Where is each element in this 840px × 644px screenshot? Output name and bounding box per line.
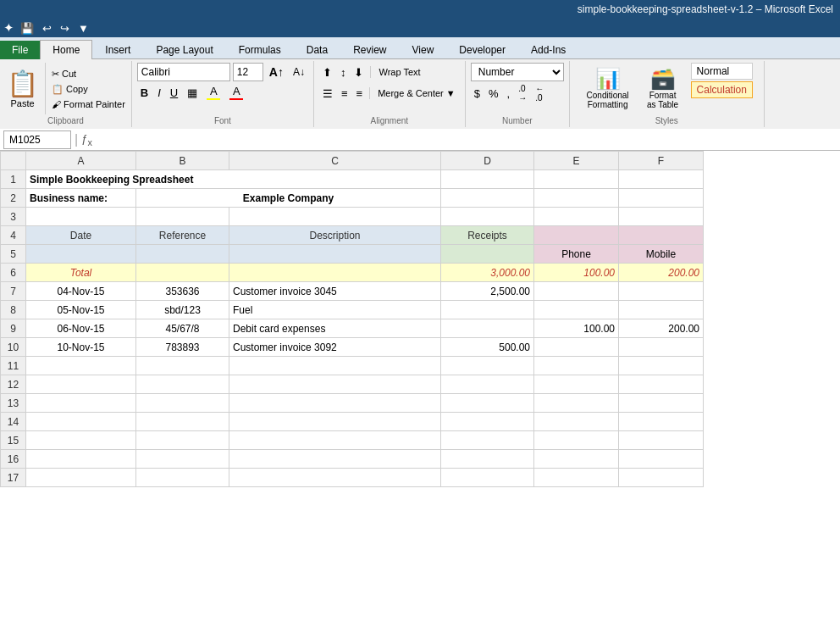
bold-button[interactable]: B xyxy=(137,83,152,102)
style-normal-button[interactable]: Normal xyxy=(691,63,753,80)
cell-e9[interactable]: 100.00 xyxy=(534,319,619,338)
cell-b7[interactable]: 353636 xyxy=(136,282,229,301)
cell-e5[interactable]: Phone xyxy=(534,245,619,264)
col-header-a[interactable]: A xyxy=(26,152,136,170)
formula-input[interactable] xyxy=(96,132,837,147)
cell-c8[interactable]: Fuel xyxy=(229,301,441,319)
cell-c4[interactable]: Description xyxy=(229,226,441,245)
format-painter-button[interactable]: 🖌 Format Painter xyxy=(49,98,128,110)
col-header-c[interactable]: C xyxy=(229,152,441,170)
col-header-e[interactable]: E xyxy=(534,152,619,170)
cell-c5[interactable] xyxy=(229,245,441,264)
comma-button[interactable]: , xyxy=(504,84,514,103)
cell-b10[interactable]: 783893 xyxy=(136,338,229,357)
align-right-button[interactable]: ≡ xyxy=(353,84,367,103)
cell-b2[interactable]: Example Company xyxy=(136,189,441,208)
cell-e2[interactable] xyxy=(534,189,619,208)
cell-e10[interactable] xyxy=(534,338,619,357)
cell-c6[interactable] xyxy=(229,264,441,282)
save-icon[interactable]: 💾 xyxy=(18,22,36,35)
increase-decimal-button[interactable]: .0→ xyxy=(515,84,530,103)
font-size-input[interactable] xyxy=(233,63,263,81)
cell-a6[interactable]: Total xyxy=(26,264,136,282)
cell-d2[interactable] xyxy=(441,189,534,208)
align-middle-button[interactable]: ↕ xyxy=(337,63,350,81)
align-center-button[interactable]: ≡ xyxy=(338,84,351,103)
decrease-decimal-button[interactable]: ←.0 xyxy=(532,84,547,103)
cell-e4[interactable] xyxy=(534,226,619,245)
col-header-b[interactable]: B xyxy=(136,152,229,170)
font-color-button[interactable]: A xyxy=(226,83,246,102)
copy-button[interactable]: 📋 Copy xyxy=(49,83,128,96)
align-left-button[interactable]: ☰ xyxy=(319,84,336,103)
tab-home[interactable]: Home xyxy=(40,40,92,59)
cell-d7[interactable]: 2,500.00 xyxy=(441,282,534,301)
align-bottom-button[interactable]: ⬇ xyxy=(351,63,367,81)
tab-view[interactable]: View xyxy=(400,40,447,59)
cell-f9[interactable]: 200.00 xyxy=(619,319,704,338)
fill-color-button[interactable]: A xyxy=(203,83,224,102)
tab-review[interactable]: Review xyxy=(340,40,399,59)
cell-c9[interactable]: Debit card expenses xyxy=(229,319,441,338)
function-icon[interactable]: ƒx xyxy=(81,132,92,147)
tab-page-layout[interactable]: Page Layout xyxy=(143,40,225,59)
tab-add-ins[interactable]: Add-Ins xyxy=(518,40,578,59)
cell-d3[interactable] xyxy=(441,208,534,226)
cell-d6[interactable]: 3,000.00 xyxy=(441,264,534,282)
font-name-input[interactable] xyxy=(137,63,230,81)
cell-a5[interactable] xyxy=(26,245,136,264)
cell-b8[interactable]: sbd/123 xyxy=(136,301,229,319)
col-header-f[interactable]: F xyxy=(619,152,704,170)
cell-f8[interactable] xyxy=(619,301,704,319)
cell-b4[interactable]: Reference xyxy=(136,226,229,245)
border-button[interactable]: ▦ xyxy=(184,83,201,102)
cell-a7[interactable]: 04-Nov-15 xyxy=(26,282,136,301)
underline-button[interactable]: U xyxy=(167,83,181,102)
cell-b6[interactable] xyxy=(136,264,229,282)
cell-a4[interactable]: Date xyxy=(26,226,136,245)
wrap-text-button[interactable]: Wrap Text xyxy=(374,64,424,80)
cell-f4[interactable] xyxy=(619,226,704,245)
cell-f1[interactable] xyxy=(619,170,704,189)
tab-data[interactable]: Data xyxy=(294,40,340,59)
cell-b5[interactable] xyxy=(136,245,229,264)
cell-f5[interactable]: Mobile xyxy=(619,245,704,264)
cell-e1[interactable] xyxy=(534,170,619,189)
redo-icon[interactable]: ↪ xyxy=(58,22,72,35)
cell-f10[interactable] xyxy=(619,338,704,357)
cell-a3[interactable] xyxy=(26,208,136,226)
cell-c7[interactable]: Customer invoice 3045 xyxy=(229,282,441,301)
cell-e7[interactable] xyxy=(534,282,619,301)
currency-button[interactable]: $ xyxy=(471,84,484,103)
cell-d4[interactable]: Receipts xyxy=(441,226,534,245)
cell-c3[interactable] xyxy=(229,208,441,226)
tab-file[interactable]: File xyxy=(0,41,40,59)
tab-developer[interactable]: Developer xyxy=(446,40,518,59)
cell-b3[interactable] xyxy=(136,208,229,226)
cell-a1[interactable]: Simple Bookkeeping Spreadsheet xyxy=(26,170,441,189)
cell-a10[interactable]: 10-Nov-15 xyxy=(26,338,136,357)
cell-e8[interactable] xyxy=(534,301,619,319)
cell-a8[interactable]: 05-Nov-15 xyxy=(26,301,136,319)
cell-d1[interactable] xyxy=(441,170,534,189)
font-shrink-button[interactable]: A↓ xyxy=(290,63,308,81)
cell-d9[interactable] xyxy=(441,319,534,338)
style-calculation-button[interactable]: Calculation xyxy=(691,81,753,98)
undo-icon[interactable]: ↩ xyxy=(40,22,54,35)
merge-center-button[interactable]: Merge & Center ▼ xyxy=(373,86,460,101)
percent-button[interactable]: % xyxy=(485,84,502,103)
spreadsheet-container[interactable]: A B C D E F 1 Simple Bookkeeping Spreads… xyxy=(0,151,840,644)
cell-e3[interactable] xyxy=(534,208,619,226)
number-format-select[interactable]: Number General Currency Accounting Date … xyxy=(471,63,564,81)
cell-a2[interactable]: Business name: xyxy=(26,189,136,208)
cell-a9[interactable]: 06-Nov-15 xyxy=(26,319,136,338)
cell-b9[interactable]: 45/67/8 xyxy=(136,319,229,338)
italic-button[interactable]: I xyxy=(154,83,164,102)
paste-button[interactable]: 📋 Paste xyxy=(0,63,46,114)
tab-formulas[interactable]: Formulas xyxy=(226,40,294,59)
cell-c10[interactable]: Customer invoice 3092 xyxy=(229,338,441,357)
cell-reference-input[interactable] xyxy=(3,130,71,149)
cut-button[interactable]: ✂ Cut xyxy=(49,68,128,80)
more-icon[interactable]: ▼ xyxy=(75,22,91,35)
cell-e6[interactable]: 100.00 xyxy=(534,264,619,282)
